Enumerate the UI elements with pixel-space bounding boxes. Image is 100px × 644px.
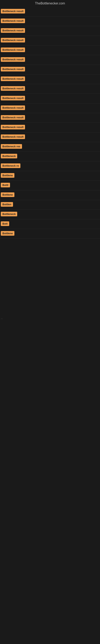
bottleneck-badge-7[interactable]: Bottleneck result [1,67,25,72]
result-row-10: Bottleneck result [0,94,100,104]
bottleneck-badge-16[interactable]: Bottleneck [1,154,17,158]
bottleneck-badge-4[interactable]: Bottleneck result [1,38,25,42]
bottleneck-badge-11[interactable]: Bottleneck result [1,106,25,110]
result-row-9: Bottleneck result [0,84,100,94]
result-row-19: Bottl [0,181,100,190]
bottleneck-badge-17[interactable]: Bottleneck re [1,164,20,168]
result-row-23: Bott [0,219,100,229]
ellipsis-indicator: ... [0,315,100,321]
bottleneck-badge-22[interactable]: Bottleneck [1,212,17,216]
site-title: TheBottlenecker.com [0,0,100,7]
result-row-14: Bottleneck result [0,132,100,142]
result-row-4: Bottleneck result [0,36,100,46]
bottleneck-badge-24[interactable]: Bottlene [1,231,14,236]
bottleneck-badge-21[interactable]: Bottlen [1,202,13,207]
result-row-22: Bottleneck [0,210,100,219]
result-row-7: Bottleneck result [0,65,100,74]
result-row-1: Bottleneck result [0,7,100,16]
bottleneck-badge-2[interactable]: Bottleneck result [1,18,25,23]
result-row-21: Bottlen [0,200,100,210]
result-row-18: Bottlene [0,171,100,181]
bottleneck-badge-20[interactable]: Bottlene [1,192,14,197]
bottleneck-badge-5[interactable]: Bottleneck result [1,48,25,52]
bottleneck-badge-8[interactable]: Bottleneck result [1,76,25,81]
bottleneck-badge-12[interactable]: Bottleneck result [1,115,25,120]
result-row-15: Bottleneck res [0,142,100,152]
result-row-13: Bottleneck result [0,123,100,132]
result-row-12: Bottleneck result [0,113,100,123]
result-row-11: Bottleneck result [0,104,100,113]
result-row-5: Bottleneck result [0,46,100,55]
bottleneck-badge-18[interactable]: Bottlene [1,173,14,178]
result-row-17: Bottleneck re [0,162,100,171]
result-row-6: Bottleneck result [0,55,100,65]
bottleneck-badge-6[interactable]: Bottleneck result [1,57,25,62]
result-row-20: Bottlene [0,190,100,200]
result-row-8: Bottleneck result [0,74,100,84]
result-row-3: Bottleneck result [0,26,100,36]
bottleneck-badge-13[interactable]: Bottleneck result [1,125,25,130]
result-row-2: Bottleneck result [0,16,100,26]
bottleneck-badge-3[interactable]: Bottleneck result [1,28,25,33]
bottleneck-badge-19[interactable]: Bottl [1,183,10,187]
bottleneck-badge-1[interactable]: Bottleneck result [1,9,25,14]
bottleneck-badge-15[interactable]: Bottleneck res [1,144,22,149]
result-row-24: Bottlene [0,229,100,239]
bottleneck-badge-10[interactable]: Bottleneck result [1,96,25,100]
bottleneck-badge-9[interactable]: Bottleneck result [1,86,25,91]
result-row-16: Bottleneck [0,152,100,162]
results-container: Bottleneck resultBottleneck resultBottle… [0,7,100,239]
bottleneck-badge-23[interactable]: Bott [1,222,9,226]
bottleneck-badge-14[interactable]: Bottleneck result [1,134,25,139]
